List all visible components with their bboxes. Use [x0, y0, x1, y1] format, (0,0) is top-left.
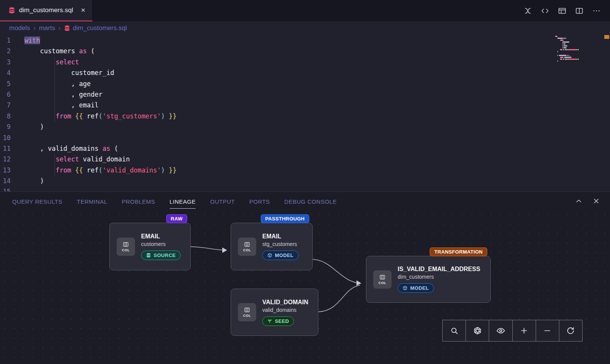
code-line: 15	[0, 186, 610, 192]
tab-dim-customers[interactable]: dim_customers.sql ✕	[0, 0, 93, 21]
curved-x-icon[interactable]	[523, 6, 532, 15]
panel-tab-ports[interactable]: PORTS	[249, 193, 270, 209]
preview-window-icon[interactable]	[558, 6, 567, 15]
code-line: 10	[0, 133, 610, 143]
panel-tab-lineage[interactable]: LINEAGE	[170, 193, 196, 209]
panel-tab-output[interactable]: OUTPUT	[210, 193, 235, 209]
zoom-out-icon[interactable]	[536, 320, 559, 341]
tab-close-icon[interactable]: ✕	[81, 7, 86, 14]
line-number: 7	[0, 100, 24, 110]
editor-tab-bar: dim_customers.sql ✕	[0, 0, 610, 21]
column-icon: COL	[117, 238, 135, 256]
code-line: 12 select valid_domain	[0, 154, 610, 164]
graph-toolbar	[442, 320, 583, 342]
panel-tab-terminal[interactable]: TERMINAL	[77, 193, 108, 209]
code-line: 3 select	[0, 57, 610, 67]
breadcrumb-marts[interactable]: marts	[39, 24, 55, 32]
line-number: 6	[0, 89, 24, 100]
column-icon: COL	[238, 303, 256, 321]
breadcrumb-models[interactable]: models	[9, 24, 30, 32]
line-number: 3	[0, 57, 24, 67]
line-number: 12	[0, 154, 24, 164]
code-line: 9 )	[0, 121, 610, 132]
tab-title: dim_customers.sql	[19, 6, 73, 14]
code-line: 13 from {{ ref('valid_domains') }}	[0, 165, 610, 176]
close-panel-icon[interactable]	[592, 197, 600, 205]
panel-tab-debug-console[interactable]: DEBUG CONSOLE	[284, 193, 337, 209]
collapse-panel-icon[interactable]	[575, 197, 583, 205]
node-title: EMAIL	[262, 233, 299, 240]
line-number: 11	[0, 143, 24, 154]
lineage-node-customers[interactable]: RAW COL EMAIL customers SOURCE	[109, 223, 191, 270]
line-number: 4	[0, 67, 24, 78]
code-editor[interactable]: 1with2 customers as (3 select4 customer_…	[0, 35, 610, 192]
line-number: 10	[0, 133, 24, 143]
node-tag-passthrough: PASSTHROUGH	[261, 214, 309, 223]
lineage-node-valid-domains[interactable]: COL VALID_DOMAIN valid_domains SEED	[231, 289, 318, 336]
seed-badge[interactable]: SEED	[262, 316, 294, 326]
indent-guide	[55, 154, 55, 176]
node-title: EMAIL	[141, 233, 181, 240]
app-window: dim_customers.sql ✕ models › marts ›	[0, 0, 610, 364]
indent-guide	[55, 57, 55, 122]
line-number: 8	[0, 111, 24, 121]
node-tag-transformation: TRANSFORMATION	[430, 247, 487, 256]
sprout-icon	[267, 319, 272, 324]
code-line: 6 , gender	[0, 89, 610, 100]
aperture-icon[interactable]	[466, 320, 489, 341]
lineage-node-stg-customers[interactable]: PASSTHROUGH COL EMAIL stg_customers MODE…	[231, 223, 313, 270]
line-number: 9	[0, 121, 24, 132]
column-icon: COL	[373, 270, 392, 289]
panel-tab-bar: QUERY RESULTSTERMINALPROBLEMSLINEAGEOUTP…	[0, 192, 610, 210]
lineage-canvas[interactable]: RAW COL EMAIL customers SOURCE	[0, 210, 610, 364]
node-tag-raw: RAW	[166, 214, 187, 223]
eye-icon[interactable]	[489, 320, 512, 341]
panel-actions	[575, 197, 600, 205]
column-icon: COL	[238, 238, 256, 256]
code-line: 8 from {{ ref('stg_customers') }}	[0, 111, 610, 121]
database-icon	[64, 25, 70, 31]
code-line: 1with	[0, 35, 610, 46]
line-number: 14	[0, 176, 24, 186]
more-actions-icon[interactable]	[592, 6, 601, 15]
zoom-in-icon[interactable]	[512, 320, 536, 341]
cube-icon	[267, 253, 272, 258]
node-subtitle: customers	[141, 241, 181, 247]
search-icon[interactable]	[443, 320, 466, 341]
database-icon	[8, 7, 15, 14]
node-title: IS_VALID_EMAIL_ADDRESS	[398, 266, 480, 273]
code-line: 4 customer_id	[0, 67, 610, 78]
breadcrumb: models › marts › dim_customers.sql	[0, 21, 610, 35]
model-badge[interactable]: MODEL	[398, 283, 434, 293]
line-number: 13	[0, 165, 24, 176]
line-number: 15	[0, 186, 24, 192]
minimap[interactable]	[555, 36, 596, 64]
database-icon	[146, 253, 151, 258]
node-title: VALID_DOMAIN	[262, 299, 308, 306]
model-badge[interactable]: MODEL	[262, 251, 299, 260]
line-number: 2	[0, 46, 24, 56]
breadcrumb-separator: ›	[34, 25, 35, 32]
lineage-node-dim-customers[interactable]: TRANSFORMATION COL IS_VALID_EMAIL_ADDRES…	[366, 256, 491, 303]
breadcrumb-file[interactable]: dim_customers.sql	[64, 24, 127, 32]
code-line: 11 , valid_domains as (	[0, 143, 610, 154]
tab-bar-actions	[523, 0, 610, 21]
panel-tab-problems[interactable]: PROBLEMS	[122, 193, 155, 209]
overview-ruler-marker	[604, 35, 609, 39]
code-line: 7 , email	[0, 100, 610, 110]
node-subtitle: valid_domains	[262, 307, 308, 313]
panel-tab-query-results[interactable]: QUERY RESULTS	[12, 193, 63, 209]
code-lines: 1with2 customers as (3 select4 customer_…	[0, 35, 610, 192]
source-badge[interactable]: SOURCE	[141, 251, 181, 260]
refresh-icon[interactable]	[559, 320, 582, 341]
node-subtitle: stg_customers	[262, 241, 299, 247]
node-subtitle: dim_customers	[398, 274, 480, 280]
code-line: 2 customers as (	[0, 46, 610, 56]
breadcrumb-separator: ›	[59, 25, 61, 32]
code-line: 14 )	[0, 176, 610, 186]
code-line: 5 , age	[0, 78, 610, 89]
line-number: 1	[0, 35, 24, 46]
cube-icon	[403, 286, 408, 291]
split-editor-icon[interactable]	[575, 6, 584, 15]
code-icon[interactable]	[541, 6, 549, 15]
